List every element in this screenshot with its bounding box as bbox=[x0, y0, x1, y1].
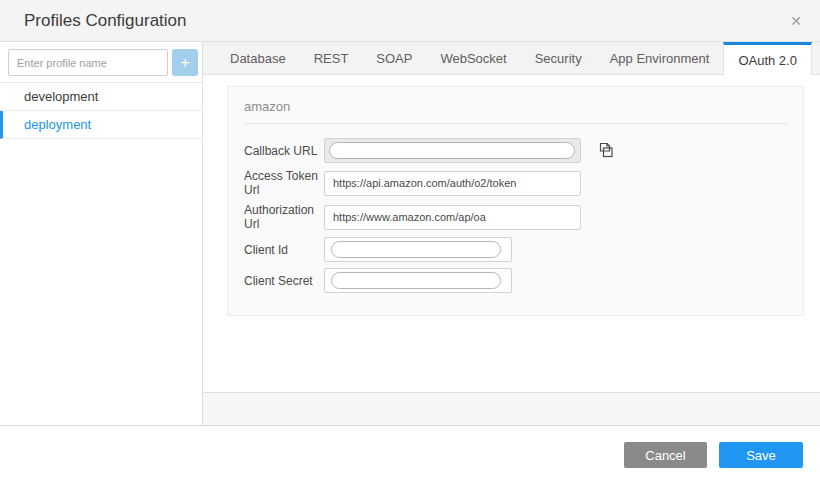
callback-url-input[interactable] bbox=[324, 138, 581, 163]
callback-url-label: Callback URL bbox=[244, 144, 324, 158]
authorization-url-row: Authorization Url bbox=[244, 203, 787, 231]
profiles-sidebar: + development deployment bbox=[0, 42, 203, 425]
tab-security[interactable]: Security bbox=[521, 42, 596, 74]
amazon-oauth-section: amazon Callback URL bbox=[227, 86, 804, 316]
client-secret-label: Client Secret bbox=[244, 274, 324, 288]
profile-name-input[interactable] bbox=[8, 49, 168, 76]
tab-oauth-2-0[interactable]: OAuth 2.0 bbox=[723, 42, 812, 75]
client-id-label: Client Id bbox=[244, 243, 324, 257]
authorization-url-label: Authorization Url bbox=[244, 203, 324, 231]
oauth-tab-content: amazon Callback URL bbox=[203, 75, 820, 392]
client-id-row: Client Id bbox=[244, 237, 787, 262]
close-icon[interactable]: ✕ bbox=[786, 11, 806, 31]
panel-footer-strip bbox=[203, 392, 820, 425]
access-token-url-input[interactable] bbox=[324, 171, 581, 196]
callback-url-wrap bbox=[324, 138, 581, 163]
tab-soap[interactable]: SOAP bbox=[362, 42, 426, 74]
tab-rest[interactable]: REST bbox=[300, 42, 363, 74]
tab-websocket[interactable]: WebSocket bbox=[426, 42, 520, 74]
profile-add-row: + bbox=[0, 42, 202, 83]
tab-app-environment[interactable]: App Environment bbox=[596, 42, 724, 74]
access-token-url-row: Access Token Url bbox=[244, 169, 787, 197]
section-title: amazon bbox=[244, 99, 787, 114]
profile-item-deployment[interactable]: deployment bbox=[0, 111, 202, 139]
save-button[interactable]: Save bbox=[719, 442, 803, 468]
add-profile-button[interactable]: + bbox=[172, 49, 198, 76]
client-id-input[interactable] bbox=[324, 237, 512, 262]
copy-icon[interactable] bbox=[595, 140, 617, 162]
authorization-url-input[interactable] bbox=[324, 205, 581, 230]
dialog-action-bar: Cancel Save bbox=[0, 425, 820, 484]
cancel-button[interactable]: Cancel bbox=[624, 442, 707, 468]
access-token-url-label: Access Token Url bbox=[244, 169, 324, 197]
dialog-header: Profiles Configuration ✕ bbox=[0, 0, 820, 42]
profiles-configuration-dialog: Profiles Configuration ✕ + development d… bbox=[0, 0, 820, 484]
tab-database[interactable]: Database bbox=[216, 42, 300, 74]
profile-item-development[interactable]: development bbox=[0, 83, 202, 111]
dialog-body: + development deployment Database REST S… bbox=[0, 42, 820, 425]
client-secret-row: Client Secret bbox=[244, 268, 787, 293]
profile-settings-panel: Database REST SOAP WebSocket Security Ap… bbox=[203, 42, 820, 425]
callback-url-row: Callback URL bbox=[244, 138, 787, 163]
settings-tabbar: Database REST SOAP WebSocket Security Ap… bbox=[203, 42, 820, 75]
dialog-title: Profiles Configuration bbox=[24, 11, 187, 31]
client-secret-input[interactable] bbox=[324, 268, 512, 293]
section-divider bbox=[244, 123, 787, 124]
